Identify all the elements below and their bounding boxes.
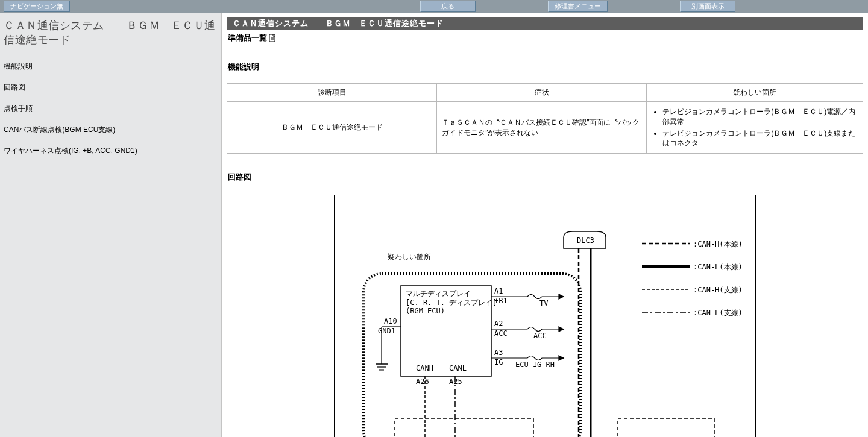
label-a2: A2	[494, 319, 503, 328]
label-ig: IG	[494, 358, 503, 366]
label-plusb1: +B1	[494, 297, 508, 305]
legend-canh-main: :CAN-H(本線)	[693, 239, 743, 250]
td-suspect: テレビジョンカメラコントローラ(ＢＧＭ ＥＣＵ)電源／内部異常 テレビジョンカメ…	[647, 102, 863, 154]
back-button[interactable]: 戻る	[420, 1, 476, 12]
label-a1: A1	[494, 287, 503, 295]
label-a10: A10	[384, 317, 397, 325]
label-suspect-area: 疑わしい箇所	[388, 252, 431, 262]
label-a3: A3	[494, 348, 503, 357]
top-toolbar: ナビゲーション無 戻る 修理書メニュー 別画面表示	[0, 0, 868, 13]
suspect-1: テレビジョンカメラコントローラ(ＢＧＭ ＥＣＵ)電源／内部異常	[662, 107, 858, 127]
svg-rect-0	[269, 34, 275, 42]
sidebar-item-can-bus-check[interactable]: CANバス断線点検(BGM ECU支線)	[4, 119, 218, 140]
diagnosis-table: 診断項目 症状 疑わしい箇所 ＢＧＭ ＥＣＵ通信途絶モード ＴａＳＣＡＮの〝ＣＡ…	[227, 83, 863, 154]
label-a25: A25	[449, 377, 462, 386]
label-gnd1: GND1	[378, 327, 395, 335]
label-acc1: ACC	[494, 329, 508, 338]
circuit-diagram: 疑わしい箇所 DLC3 マルチディスプレイ [C. R. T. ディスプレイ] …	[334, 195, 756, 437]
label-canh: CANH	[416, 364, 433, 373]
other-window-button[interactable]: 別画面表示	[680, 1, 735, 12]
th-suspect: 疑わしい箇所	[647, 84, 863, 102]
legend-canl-main: :CAN-L(本線)	[693, 262, 743, 272]
sidebar: ＣＡＮ通信システム ＢＧＭ ＥＣＵ通信途絶モード 機能説明 回路図 点検手順 C…	[0, 13, 222, 437]
sidebar-item-harness-check[interactable]: ワイヤハーネス点検(IG, +B, ACC, GND1)	[4, 140, 218, 162]
td-item: ＢＧＭ ＥＣＵ通信途絶モード	[227, 102, 437, 154]
th-item: 診断項目	[227, 84, 437, 102]
label-acc2: ACC	[533, 332, 547, 340]
svg-rect-25	[618, 418, 714, 437]
svg-marker-16	[559, 356, 564, 360]
sidebar-item-procedure[interactable]: 点検手順	[4, 98, 218, 119]
prep-list-row[interactable]: 準備品一覧	[228, 33, 863, 43]
label-a26: A26	[416, 377, 429, 386]
legend-canl-branch: :CAN-L(支線)	[693, 308, 743, 318]
main-content: ＣＡＮ通信システム ＢＧＭ ＥＣＵ通信途絶モード 準備品一覧 機能説明 診断項目…	[222, 13, 868, 437]
label-box3: (BGM ECU)	[406, 307, 445, 315]
svg-marker-10	[559, 294, 564, 299]
th-symptom: 症状	[437, 84, 647, 102]
prep-list-label: 準備品一覧	[228, 33, 267, 43]
label-ecu-ig-rh: ECU-IG RH	[515, 360, 555, 369]
suspect-2: テレビジョンカメラコントローラ(ＢＧＭ ＥＣＵ)支線またはコネクタ	[662, 128, 858, 149]
section-heading-func: 機能説明	[228, 61, 863, 72]
sidebar-item-func[interactable]: 機能説明	[4, 56, 218, 77]
label-tv: TV	[539, 299, 548, 307]
table-row: ＢＧＭ ＥＣＵ通信途絶モード ＴａＳＣＡＮの〝ＣＡＮバス接続ＥＣＵ確認″画面に〝…	[227, 102, 863, 154]
label-dlc3: DLC3	[577, 236, 594, 245]
nav-none-button[interactable]: ナビゲーション無	[4, 1, 70, 12]
svg-rect-24	[395, 418, 533, 437]
svg-marker-13	[559, 327, 564, 332]
sidebar-title: ＣＡＮ通信システム ＢＧＭ ＥＣＵ通信途絶モード	[4, 18, 218, 48]
label-canl: CANL	[449, 364, 467, 373]
sidebar-item-circuit[interactable]: 回路図	[4, 77, 218, 98]
td-symptom: ＴａＳＣＡＮの〝ＣＡＮバス接続ＥＣＵ確認″画面に〝バックガイドモニタ″が表示され…	[437, 102, 647, 154]
manual-menu-button[interactable]: 修理書メニュー	[548, 1, 608, 12]
section-heading-circuit: 回路図	[228, 172, 863, 183]
document-icon	[268, 34, 277, 42]
page-title-bar: ＣＡＮ通信システム ＢＧＭ ＥＣＵ通信途絶モード	[227, 17, 863, 30]
legend-canh-branch: :CAN-H(支線)	[693, 285, 743, 295]
